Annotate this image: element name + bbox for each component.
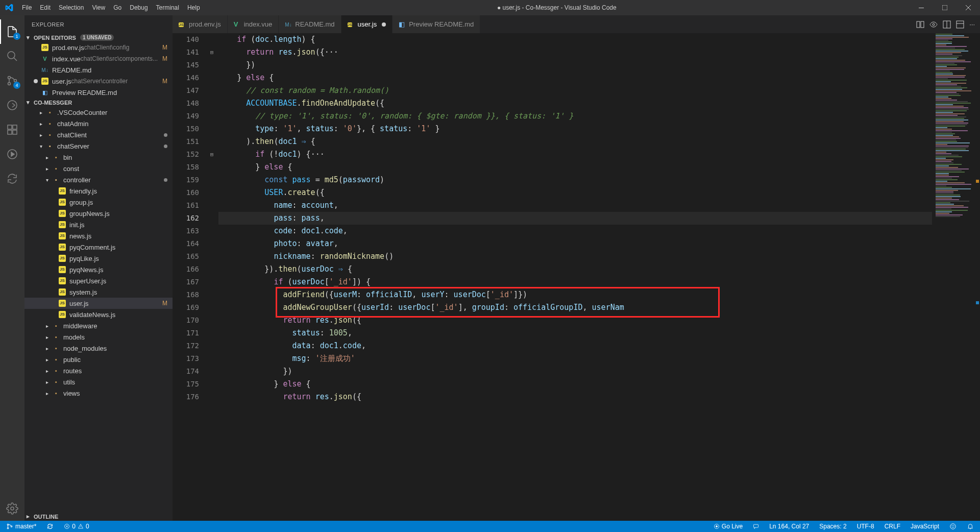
folder-item[interactable]: ▾▪chatServer — [24, 140, 173, 152]
file-item[interactable]: JSpyqNews.js — [24, 264, 173, 275]
menu-selection[interactable]: Selection — [55, 0, 88, 15]
open-editor-item[interactable]: ◧Preview README.md — [24, 87, 173, 98]
editor-tab[interactable]: M↓README.md — [279, 15, 341, 33]
folder-item[interactable]: ▸▪.VSCodeCounter — [24, 107, 173, 118]
status-problems[interactable]: 0 0 — [62, 523, 91, 530]
more-icon[interactable]: ··· — [969, 20, 975, 28]
svg-rect-22 — [957, 21, 964, 28]
activity-search-icon[interactable] — [0, 44, 24, 68]
svg-point-34 — [950, 524, 956, 529]
svg-point-19 — [933, 23, 935, 26]
folder-icon: ▪ — [52, 165, 60, 172]
folder-item[interactable]: ▸▪routes — [24, 365, 173, 376]
js-file-icon: JS — [58, 311, 66, 318]
status-feedback[interactable] — [751, 523, 761, 529]
svg-line-5 — [14, 58, 17, 61]
minimap[interactable] — [932, 33, 973, 521]
folder-icon: ▪ — [52, 390, 60, 396]
item-label: group.js — [69, 199, 93, 206]
open-editor-item[interactable]: JSprod.env.js chatClient\configM — [24, 42, 173, 53]
folder-item[interactable]: ▸▪utils — [24, 376, 173, 388]
chevron-right-icon: ▸ — [40, 121, 46, 127]
svg-point-4 — [8, 52, 15, 59]
menu-view[interactable]: View — [88, 0, 109, 15]
menu-debug[interactable]: Debug — [126, 0, 152, 15]
status-bell-icon[interactable] — [965, 523, 976, 530]
folder-item[interactable]: ▸▪chatClient — [24, 129, 173, 140]
menu-edit[interactable]: Edit — [36, 0, 55, 15]
activity-explorer-icon[interactable]: 1 — [0, 19, 24, 44]
layout-icon[interactable] — [956, 20, 964, 29]
open-editor-item[interactable]: Vindex.vue chatClient\src\components...M — [24, 53, 173, 64]
folder-item[interactable]: ▸▪views — [24, 388, 173, 399]
folder-icon: ▪ — [52, 323, 60, 329]
folder-icon: ▪ — [52, 379, 60, 385]
folder-item[interactable]: ▸▪models — [24, 331, 173, 343]
folder-item[interactable]: ▸▪const — [24, 163, 173, 174]
menu-terminal[interactable]: Terminal — [152, 0, 183, 15]
status-language[interactable]: JavaScript — [909, 523, 941, 530]
chevron-right-icon: ▸ — [46, 379, 52, 385]
compare-icon[interactable] — [916, 20, 924, 29]
open-editor-item[interactable]: M↓README.md — [24, 64, 173, 76]
menu-help[interactable]: Help — [183, 0, 204, 15]
close-button[interactable] — [957, 0, 980, 15]
section-workspace[interactable]: ▾ CO-MESSGER — [24, 98, 173, 107]
file-item[interactable]: JSnews.js — [24, 230, 173, 241]
activity-debug-icon[interactable] — [0, 93, 24, 117]
preview-icon[interactable] — [929, 20, 938, 29]
status-golive[interactable]: Go Live — [712, 523, 745, 530]
file-item[interactable]: JSfriendly.js — [24, 185, 173, 197]
status-cursor[interactable]: Ln 164, Col 27 — [767, 523, 811, 530]
js-file-icon: JS — [179, 20, 184, 29]
status-smile-icon[interactable] — [947, 523, 959, 530]
file-item[interactable]: JSgroupNews.js — [24, 208, 173, 219]
item-label: node_modules — [63, 345, 107, 352]
file-path-hint: chatClient\src\components... — [81, 55, 158, 62]
minimize-button[interactable] — [910, 0, 933, 15]
folder-item[interactable]: ▸▪chatAdmin — [24, 118, 173, 129]
status-branch[interactable]: master* — [4, 523, 38, 530]
menu-file[interactable]: File — [18, 0, 36, 15]
editor-tab[interactable]: Vindex.vue — [228, 15, 279, 33]
editor-tab[interactable]: JSuser.js — [341, 15, 393, 33]
file-item[interactable]: JSpyqComment.js — [24, 241, 173, 253]
editor-body[interactable]: 1401411451461471481491501511521581591601… — [173, 33, 980, 521]
chevron-right-icon: ▸ — [46, 391, 52, 396]
file-item[interactable]: JSsystem.js — [24, 286, 173, 298]
menu-go[interactable]: Go — [109, 0, 126, 15]
overview-ruler[interactable] — [973, 33, 980, 521]
status-sync[interactable] — [44, 523, 56, 530]
folder-item[interactable]: ▸▪bin — [24, 152, 173, 163]
split-icon[interactable] — [943, 20, 951, 29]
status-encoding[interactable]: UTF-8 — [855, 523, 876, 530]
chevron-right-icon: ▸ — [46, 155, 52, 160]
activity-settings-icon[interactable] — [0, 496, 24, 521]
js-file-icon: JS — [58, 288, 66, 296]
file-path-hint: chatServer\controller — [71, 78, 128, 85]
code-content[interactable]: if (doc.length) { return res.json({··· }… — [215, 33, 932, 521]
activity-run-icon[interactable] — [0, 142, 24, 166]
maximize-button[interactable] — [933, 0, 957, 15]
open-editor-item[interactable]: JSuser.js chatServer\controllerM — [24, 76, 173, 87]
activity-extensions-icon[interactable] — [0, 117, 24, 142]
folder-item[interactable]: ▸▪node_modules — [24, 343, 173, 354]
status-spaces[interactable]: Spaces: 2 — [817, 523, 848, 530]
folder-item[interactable]: ▸▪middleware — [24, 320, 173, 331]
file-item[interactable]: JSpyqLike.js — [24, 253, 173, 264]
file-item[interactable]: JSsuperUser.js — [24, 275, 173, 286]
folder-item[interactable]: ▸▪public — [24, 354, 173, 365]
section-outline[interactable]: ▸ OUTLINE — [24, 512, 173, 521]
file-item[interactable]: JSvalidateNews.js — [24, 309, 173, 320]
status-eol[interactable]: CRLF — [883, 523, 902, 530]
editor-tab[interactable]: ◧Preview README.md — [393, 15, 480, 33]
folder-item[interactable]: ▾▪controller — [24, 174, 173, 185]
fold-column[interactable]: ⊞⊞ — [208, 33, 215, 521]
file-item[interactable]: JSinit.js — [24, 219, 173, 230]
file-item[interactable]: JSuser.jsM — [24, 298, 173, 309]
editor-tab[interactable]: JSprod.env.js — [173, 15, 228, 33]
activity-sync-icon[interactable] — [0, 166, 24, 191]
activity-scm-icon[interactable]: 4 — [0, 68, 24, 93]
section-open-editors[interactable]: ▾ OPEN EDITORS 1 UNSAVED — [24, 33, 173, 42]
file-item[interactable]: JSgroup.js — [24, 197, 173, 208]
